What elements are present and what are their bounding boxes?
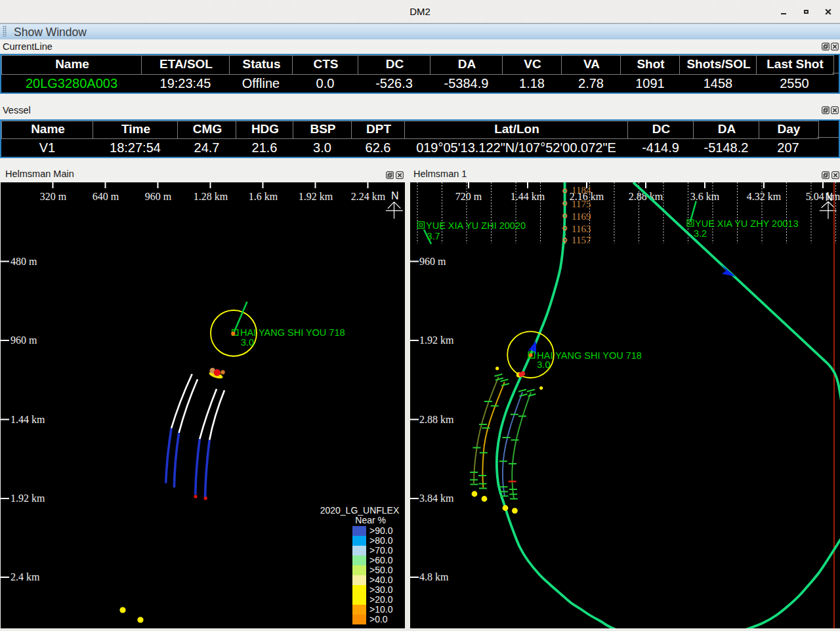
svg-text:4.8 km: 4.8 km [419,571,449,582]
svg-text:>30.0: >30.0 [369,584,393,595]
svg-text:YUE XIA YU ZHI 20020: YUE XIA YU ZHI 20020 [426,220,526,231]
svg-text:3.84 km: 3.84 km [419,493,454,504]
svg-text:1157: 1157 [572,235,591,245]
svg-text:1175: 1175 [572,199,591,209]
svg-text:1.92 km: 1.92 km [299,191,333,202]
svg-text:Near %: Near % [355,515,386,525]
svg-text:1.28 km: 1.28 km [194,191,228,202]
svg-text:720 m: 720 m [455,191,482,202]
svg-text:1.92 km: 1.92 km [10,493,45,504]
svg-text:1184: 1184 [572,185,591,195]
svg-text:>60.0: >60.0 [369,555,393,565]
svg-text:480 m: 480 m [10,256,37,267]
svg-text:960 m: 960 m [145,191,172,202]
svg-text:YUE XIA YU ZHY 20013: YUE XIA YU ZHY 20013 [695,218,798,229]
svg-text:3.0: 3.0 [537,359,550,370]
svg-text:HAI YANG SHI YOU 718: HAI YANG SHI YOU 718 [240,327,345,338]
svg-text:640 m: 640 m [93,191,119,202]
svg-text:2020_LG_UNFLEX: 2020_LG_UNFLEX [320,505,400,516]
svg-text:960 m: 960 m [10,335,37,346]
svg-text:4.32 km: 4.32 km [747,191,782,202]
svg-text:5.04 km: 5.04 km [806,191,840,202]
svg-text:3.2: 3.2 [694,228,707,239]
svg-text:2.88 km: 2.88 km [419,414,454,425]
svg-text:1169: 1169 [572,211,591,222]
svg-text:N: N [826,192,833,203]
svg-text:HAI YANG SHI YOU 718: HAI YANG SHI YOU 718 [537,350,642,361]
svg-text:>20.0: >20.0 [369,594,393,605]
svg-text:1.44 km: 1.44 km [511,191,545,202]
svg-text:960 m: 960 m [419,256,446,267]
svg-text:>0.0: >0.0 [369,614,388,624]
svg-text:>70.0: >70.0 [369,545,393,556]
svg-text:N: N [391,190,399,201]
svg-text:320 m: 320 m [40,191,67,202]
svg-text:>40.0: >40.0 [369,575,393,585]
svg-text:>90.0: >90.0 [369,525,393,536]
svg-text:>10.0: >10.0 [369,604,393,615]
svg-text:>80.0: >80.0 [369,535,393,546]
svg-text:3.6 km: 3.6 km [690,191,720,202]
svg-text:3.0: 3.0 [241,337,254,348]
svg-text:2.24 km: 2.24 km [351,191,386,202]
svg-text:3.7: 3.7 [427,231,440,241]
svg-text:1.44 km: 1.44 km [10,414,45,425]
svg-text:2.4 km: 2.4 km [10,571,40,582]
svg-text:1.92 km: 1.92 km [419,335,454,346]
svg-text:>50.0: >50.0 [369,565,393,575]
svg-text:1163: 1163 [572,224,591,234]
svg-text:1.6 km: 1.6 km [249,191,278,202]
